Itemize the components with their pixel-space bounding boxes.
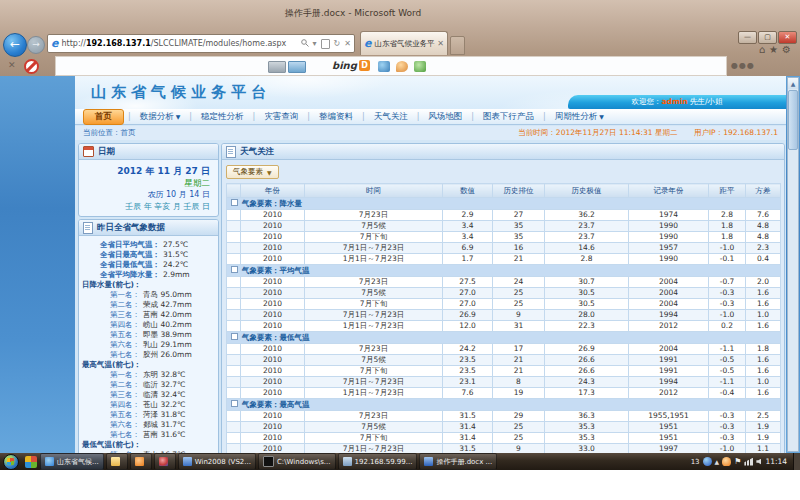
addon-icon-blue[interactable]: [378, 61, 390, 72]
taskbar-window-button[interactable]: Win2008 (VS2...: [178, 453, 256, 470]
group-header-row[interactable]: 气象要素：降水量: [227, 198, 781, 210]
bing-logo[interactable]: bing: [332, 60, 357, 71]
taskbar-explorer-button[interactable]: [106, 453, 128, 470]
favorites-star-icon[interactable]: ★: [769, 44, 782, 55]
close-button[interactable]: ✕: [778, 31, 797, 44]
welcome-bar: 欢迎您：admin 先生/小姐: [568, 95, 786, 109]
taskbar-window-button[interactable]: 操作手册.docx ...: [419, 453, 497, 470]
network-globe-icon[interactable]: [703, 457, 712, 466]
start-button[interactable]: [3, 454, 19, 470]
taskbar-media-button[interactable]: [154, 453, 176, 470]
row-checkbox-cell: [227, 411, 241, 422]
nav-item-8[interactable]: 图表下行产品: [474, 111, 543, 123]
browser-tab[interactable]: e 山东省气候业务平... ✕: [360, 31, 448, 55]
table-cell: 26.9: [545, 344, 629, 355]
group-header-row[interactable]: 气象要素：最高气温: [227, 399, 781, 411]
nav-item-4[interactable]: 灾害查询: [255, 111, 307, 123]
quick-launch-icon[interactable]: [25, 456, 37, 468]
taskbar-window-button[interactable]: 192.168.59.99...: [338, 453, 418, 470]
nav-item-3[interactable]: 稳定性分析: [192, 111, 253, 123]
table-cell: 28.0: [545, 310, 629, 321]
row-checkbox-cell: [227, 288, 241, 299]
page-container: 山东省气候业务平台 欢迎您：admin 先生/小姐 首页|数据分析▼|稳定性分析…: [75, 76, 786, 453]
scrollbar-thumb[interactable]: [788, 90, 798, 150]
back-button[interactable]: ←: [3, 33, 27, 57]
autocomplete-dropdown-icon[interactable]: ▾: [313, 39, 317, 48]
address-bar[interactable]: e http://192.168.137.1/SLCCLIMATE/module…: [47, 34, 355, 53]
new-tab-button[interactable]: [450, 36, 465, 55]
nav-item-1[interactable]: 首页: [83, 109, 124, 125]
table-cell: 2010: [241, 299, 305, 310]
action-center-flag-icon[interactable]: ⚑: [734, 457, 741, 466]
addon-icon-green[interactable]: [414, 61, 426, 72]
maximize-button[interactable]: ▢: [758, 31, 777, 44]
table-cell: 1994: [629, 377, 709, 388]
row-checkbox-cell: [227, 321, 241, 332]
show-desktop-button[interactable]: [793, 453, 800, 470]
nav-item-7[interactable]: 风场地图: [419, 111, 471, 123]
bing-box-icon[interactable]: D: [359, 60, 370, 71]
page-scrollbar[interactable]: ▲: [787, 77, 799, 452]
table-row: 20107月下旬23.52126.61991-0.51.6: [227, 366, 781, 377]
table-cell: 31: [493, 321, 545, 332]
taskbar-ie-button[interactable]: 山东省气候...: [40, 453, 104, 470]
table-cell: -0.3: [709, 411, 746, 422]
group-name: 气象要素：最高气温: [242, 400, 310, 409]
mail-icon[interactable]: [268, 61, 286, 73]
refresh-icon[interactable]: ↻: [334, 39, 341, 48]
stat-label: 全省日平均气温：: [82, 240, 160, 250]
firefox-tray-icon[interactable]: [722, 457, 731, 466]
table-cell: 0.2: [709, 321, 746, 332]
table-cell: 2004: [629, 344, 709, 355]
clock[interactable]: 11:14: [765, 457, 787, 466]
table-cell: 25: [493, 422, 545, 433]
weekday: 星期二: [79, 177, 210, 189]
table-cell: 21: [493, 355, 545, 366]
home-icon[interactable]: ⌂: [759, 44, 769, 55]
expand-checkbox-icon[interactable]: [231, 266, 238, 273]
show-hidden-icons[interactable]: ▲: [715, 458, 720, 465]
table-cell: 17.3: [545, 388, 629, 399]
addon-icon-orange[interactable]: [396, 61, 408, 72]
table-cell: 23.1: [443, 377, 493, 388]
rank-label: 第二名：: [82, 300, 140, 310]
minimize-button[interactable]: —: [738, 31, 757, 44]
expand-checkbox-icon[interactable]: [231, 400, 238, 407]
stop-icon[interactable]: ✕: [344, 39, 351, 48]
more-options-icon[interactable]: ●●●: [731, 61, 755, 70]
rank-label: 第一名：: [82, 370, 140, 380]
search-icon[interactable]: [301, 39, 309, 49]
compatibility-view-icon[interactable]: [321, 39, 330, 49]
nav-item-9[interactable]: 周期性分析▼: [546, 111, 613, 123]
nav-item-5[interactable]: 整编资料: [310, 111, 362, 123]
stat-row: 全省平均降水量：2.9mm: [82, 270, 215, 280]
scroll-up-icon[interactable]: ▲: [788, 78, 798, 89]
group-name: 气象要素：降水量: [242, 199, 302, 208]
table-cell: 1990: [629, 254, 709, 265]
nav-item-6[interactable]: 天气关注: [365, 111, 417, 123]
tools-gear-icon[interactable]: ⚙: [782, 44, 795, 55]
rank-label: 第四名：: [82, 320, 140, 330]
taskbar-app-orange-button[interactable]: [130, 453, 152, 470]
expand-checkbox-icon[interactable]: [231, 333, 238, 340]
table-cell: 33.0: [545, 444, 629, 454]
volume-icon[interactable]: [756, 459, 761, 465]
expand-checkbox-icon[interactable]: [231, 199, 238, 206]
table-cell: 26.9: [443, 310, 493, 321]
taskbar-window-button[interactable]: C:\Windows\s...: [258, 453, 336, 470]
rank-value: 郯城 31.7℃: [143, 420, 186, 430]
app-orange-icon: [135, 457, 144, 466]
group-header-row[interactable]: 气象要素：最低气温: [227, 332, 781, 344]
row-checkbox-cell: [227, 210, 241, 221]
table-cell: 2010: [241, 411, 305, 422]
tab-close-icon[interactable]: ✕: [437, 39, 444, 48]
forward-button[interactable]: →: [27, 36, 45, 54]
ie-taskbar-icon: [45, 457, 54, 466]
group-header-row[interactable]: 气象要素：平均气温: [227, 265, 781, 277]
nav-item-2[interactable]: 数据分析▼: [131, 111, 190, 123]
table-cell: 4.8: [746, 221, 781, 232]
network-icon[interactable]: [744, 458, 753, 466]
close-bar-icon[interactable]: ✕: [8, 60, 16, 70]
element-filter-button[interactable]: 气象要素▼: [226, 165, 279, 179]
send-mail-icon[interactable]: [288, 61, 306, 73]
